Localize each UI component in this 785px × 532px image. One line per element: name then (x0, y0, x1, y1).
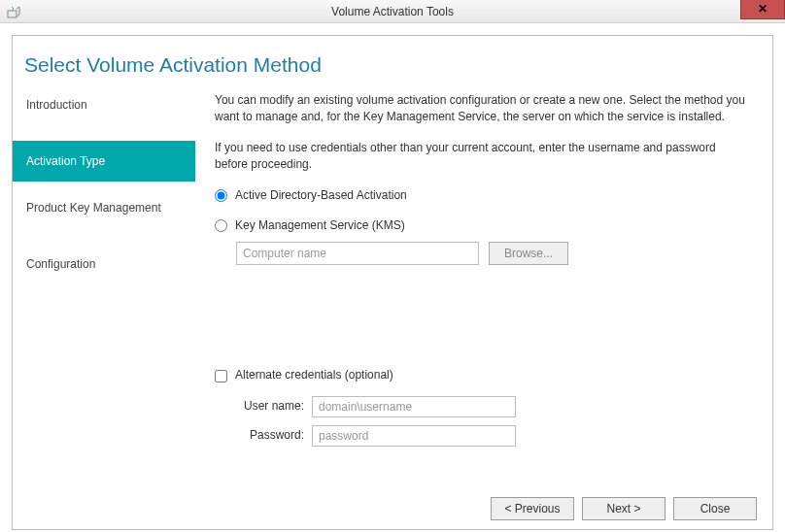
sidebar-item-product-key-management[interactable]: Product Key Management (13, 193, 195, 222)
app-icon (6, 4, 21, 19)
content-row: Introduction Activation Type Product Key… (13, 86, 772, 488)
window-title: Volume Activation Tools (0, 5, 785, 18)
close-button[interactable]: Close (673, 497, 757, 520)
radio-kms-label: Key Management Service (KMS) (235, 217, 405, 234)
sidebar-item-introduction[interactable]: Introduction (13, 90, 195, 119)
spacer (215, 265, 751, 367)
creds-hint-text: If you need to use credentials other tha… (215, 140, 751, 174)
radio-kms[interactable]: Key Management Service (KMS) (215, 217, 751, 234)
kms-browse-button[interactable]: Browse... (489, 242, 568, 265)
next-button[interactable]: Next > (582, 497, 666, 520)
sidebar-item-configuration[interactable]: Configuration (13, 249, 195, 279)
password-input[interactable] (312, 425, 516, 447)
window-close-button[interactable]: ✕ (740, 0, 785, 19)
radio-adba-input[interactable] (215, 189, 227, 202)
username-input[interactable] (312, 396, 516, 417)
username-row: User name: (236, 396, 751, 417)
alt-creds-checkbox-row[interactable]: Alternate credentials (optional) (215, 367, 751, 383)
kms-computer-input[interactable] (236, 242, 479, 265)
wizard-sidebar: Introduction Activation Type Product Key… (13, 86, 195, 488)
radio-kms-input[interactable] (215, 219, 227, 232)
titlebar: Volume Activation Tools ✕ (0, 0, 785, 23)
username-label: User name: (236, 398, 304, 415)
password-label: Password: (236, 427, 304, 444)
sidebar-item-activation-type[interactable]: Activation Type (13, 141, 195, 182)
kms-subrow: Browse... (236, 242, 751, 265)
previous-button[interactable]: < Previous (491, 497, 574, 520)
alt-creds-label: Alternate credentials (optional) (235, 367, 393, 383)
close-icon: ✕ (758, 2, 768, 16)
wizard-footer: < Previous Next > Close (13, 488, 772, 529)
intro-text: You can modify an existing volume activa… (215, 92, 751, 126)
radio-adba-label: Active Directory-Based Activation (235, 187, 407, 204)
wizard-body: Select Volume Activation Method Introduc… (12, 35, 773, 530)
alt-creds-checkbox[interactable] (215, 370, 227, 382)
radio-adba[interactable]: Active Directory-Based Activation (215, 187, 751, 204)
wizard-main: You can modify an existing volume activa… (195, 86, 772, 488)
password-row: Password: (236, 425, 751, 447)
svg-rect-0 (8, 11, 17, 17)
page-title: Select Volume Activation Method (13, 36, 772, 86)
